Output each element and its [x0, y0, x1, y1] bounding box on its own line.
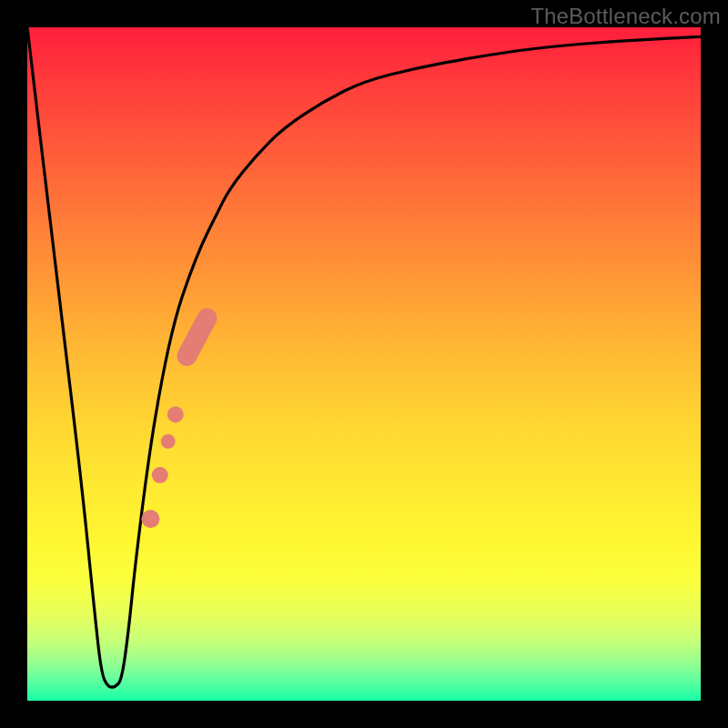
- watermark-text: TheBottleneck.com: [531, 4, 721, 29]
- data-marker-pill: [187, 318, 207, 357]
- plot-area: [27, 27, 701, 701]
- curve-layer: [27, 27, 701, 701]
- data-marker: [141, 510, 159, 528]
- data-marker: [152, 467, 168, 483]
- bottleneck-curve: [27, 27, 701, 687]
- data-marker: [161, 434, 176, 449]
- chart-frame: TheBottleneck.com: [0, 0, 728, 728]
- data-marker: [167, 407, 184, 423]
